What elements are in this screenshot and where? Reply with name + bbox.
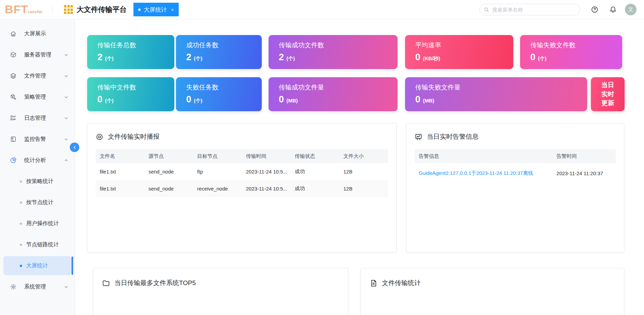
document-icon <box>370 279 377 287</box>
tab-active-dot <box>138 9 141 11</box>
brand-logo-sub: ransfer <box>28 9 43 14</box>
eye-icon <box>96 133 103 141</box>
badge-line: 更新 <box>601 99 614 108</box>
tab-label: 大屏统计 <box>144 6 167 14</box>
chevron-down-icon <box>64 285 68 289</box>
stat-cards-row-2: 传输中文件数 0 (个) 失败任务数 0 (个) 传输成功文件量 0 (MB) … <box>87 77 644 111</box>
sidebar-item-label: 系统管理 <box>24 283 64 291</box>
brand-logo: BFT ransfer <box>5 5 43 14</box>
search-input[interactable] <box>492 6 576 13</box>
tab-dashboard-stats[interactable]: 大屏统计 × <box>133 3 179 16</box>
stat-card-value: 0 <box>97 94 102 104</box>
cell-file-size: 12B <box>339 163 388 180</box>
notification-bell-icon[interactable] <box>609 6 617 13</box>
sidebar-item-big-screen-display[interactable]: 大屏展示 <box>0 23 75 44</box>
transfer-feed-table: 文件名 源节点 目标节点 传输时间 传输状态 文件大小 file1.txt se… <box>96 149 388 197</box>
sidebar-subitem-label: 节点链路统计 <box>26 241 59 248</box>
panels-row-bottom: 当日传输最多文件系统TOP5 文件传输统计 <box>93 268 644 315</box>
chevron-up-icon <box>64 158 68 163</box>
cell-source-node: send_node <box>144 163 193 180</box>
bullet-dot-icon <box>20 201 22 204</box>
stat-card-average-speed: 平均速率 0 (KB/秒) <box>405 35 513 69</box>
bullet-dot-icon <box>20 244 22 246</box>
sidebar-item-monitor-alerts[interactable]: 监控告警 <box>0 129 75 150</box>
server-box-icon <box>10 51 17 58</box>
sidebar-item-label: 大屏展示 <box>24 30 68 37</box>
panel-today-alerts: 当日实时告警信息 告警信息 告警时间 GuideAgent2:127.0.0.1… <box>406 123 624 252</box>
column-header: 文件名 <box>96 149 144 163</box>
stat-card-label: 失败任务数 <box>186 83 262 92</box>
brand-logo-main: BFT <box>5 5 28 14</box>
cell-target-node: receive_node <box>193 180 242 197</box>
stat-card-value: 2 <box>186 52 191 62</box>
strategy-cube-icon <box>10 94 17 100</box>
app-grid-icon <box>64 5 73 14</box>
panel-transfer-feed: 文件传输实时播报 文件名 源节点 目标节点 传输时间 传输状态 文件大小 <box>87 123 397 252</box>
stat-card-unit: (个) <box>538 55 547 61</box>
stat-cards-row-1: 传输任务总数 2 (个) 成功任务数 2 (个) 传输成功文件数 2 (个) 平… <box>87 35 644 69</box>
badge-line: 当日 <box>601 81 614 90</box>
stat-card-unit: (KB/秒) <box>423 55 440 61</box>
sidebar-collapse-button[interactable] <box>70 143 79 152</box>
sidebar-subitem-strategy-stats[interactable]: 按策略统计 <box>0 171 75 192</box>
sidebar-subitem-node-link-stats[interactable]: 节点链路统计 <box>0 234 75 255</box>
badge-line: 实时 <box>601 90 614 99</box>
cell-source-node: send_node <box>144 180 193 197</box>
app-title: 大文件传输平台 <box>77 5 127 14</box>
help-icon[interactable] <box>591 6 598 13</box>
stat-card-unit: (MB) <box>287 98 298 103</box>
stat-card-value: 2 <box>279 52 284 62</box>
sidebar-item-label: 文件管理 <box>24 72 64 80</box>
sidebar-item-file-management[interactable]: 文件管理 <box>0 65 75 86</box>
main-content: 传输任务总数 2 (个) 成功任务数 2 (个) 传输成功文件数 2 (个) 平… <box>75 19 644 315</box>
stat-card-success-tasks: 成功任务数 2 (个) <box>176 35 262 69</box>
user-avatar[interactable]: 文 <box>625 4 637 15</box>
table-header-row: 文件名 源节点 目标节点 传输时间 传输状态 文件大小 <box>96 149 388 163</box>
stat-card-label: 成功任务数 <box>186 41 262 50</box>
folder-icon <box>102 279 110 287</box>
table-row: file1.txt send_node ftp 2023-11-24 10:5.… <box>96 163 388 180</box>
panel-title: 当日实时告警信息 <box>427 132 479 141</box>
stat-card-label: 传输中文件数 <box>97 83 174 92</box>
stat-card-unit: (个) <box>194 98 203 103</box>
home-icon <box>10 30 17 37</box>
sidebar-subitem-user-operation-stats[interactable]: 用户操作统计 <box>0 213 75 234</box>
chevron-down-icon <box>64 116 68 120</box>
stat-card-unit: (个) <box>105 55 114 61</box>
stat-card-value: 2 <box>97 52 102 62</box>
bullet-dot-icon <box>20 180 22 183</box>
sidebar-item-label: 监控告警 <box>24 136 64 143</box>
sidebar-item-log-management[interactable]: 日志管理 <box>0 107 75 129</box>
pie-chart-icon <box>10 157 17 164</box>
sidebar-subitem-label: 用户操作统计 <box>26 220 59 227</box>
tab-close-icon[interactable]: × <box>171 7 174 13</box>
search-input-wrap <box>479 4 580 15</box>
stat-card-value: 0 <box>186 94 191 104</box>
stat-card-label: 传输任务总数 <box>97 41 174 50</box>
column-header: 目标节点 <box>193 149 242 163</box>
stat-card-unit: (个) <box>287 55 295 61</box>
panel-title: 文件传输实时播报 <box>108 132 160 141</box>
sidebar-subitem-big-screen-stats-active[interactable]: 大屏统计 <box>0 255 75 276</box>
sidebar-item-strategy-management[interactable]: 策略管理 <box>0 86 75 107</box>
alert-message-link[interactable]: GuideAgent2:127.0.0.1于2023-11-24 11:20:3… <box>419 170 533 176</box>
sidebar-item-server-management[interactable]: 服务器管理 <box>0 44 75 65</box>
header-divider <box>52 5 52 14</box>
cell-file-name: file1.txt <box>96 180 144 197</box>
cell-transfer-status: 成功 <box>291 163 339 180</box>
sidebar-subitem-node-stats[interactable]: 按节点统计 <box>0 192 75 213</box>
column-header: 告警信息 <box>415 149 552 163</box>
panels-row-top: 文件传输实时播报 文件名 源节点 目标节点 传输时间 传输状态 文件大小 <box>87 123 644 252</box>
stat-card-failed-volume: 传输失败文件量 0 (MB) <box>405 77 587 111</box>
sidebar-item-system-management[interactable]: 系统管理 <box>0 276 75 297</box>
chevron-down-icon <box>64 53 68 57</box>
sidebar-item-label: 服务器管理 <box>24 51 64 59</box>
column-header: 文件大小 <box>339 149 388 163</box>
stat-card-label: 传输失败文件量 <box>415 83 587 92</box>
stat-card-success-volume: 传输成功文件量 0 (MB) <box>269 77 398 111</box>
cell-file-size: 12B <box>339 180 388 197</box>
sidebar: 大屏展示 服务器管理 文件管理 策略管理 <box>0 19 75 315</box>
stat-card-total-tasks: 传输任务总数 2 (个) <box>87 35 174 69</box>
chevron-left-icon <box>73 145 77 150</box>
sidebar-item-statistics-analysis[interactable]: 统计分析 <box>0 150 75 171</box>
